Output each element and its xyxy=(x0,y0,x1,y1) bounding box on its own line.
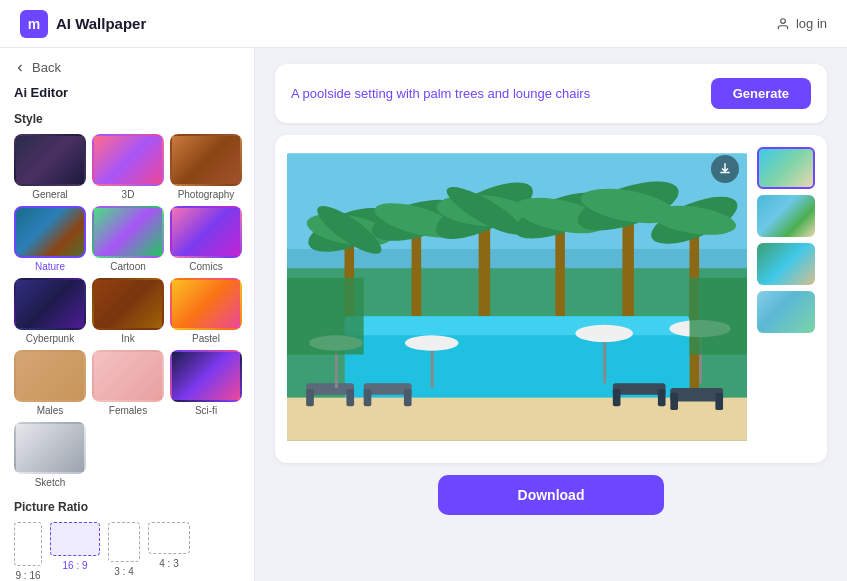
style-cartoon[interactable]: Cartoon xyxy=(92,206,164,272)
ratio-3-4-label: 3 : 4 xyxy=(114,566,133,577)
svg-point-44 xyxy=(575,325,633,342)
style-general[interactable]: General xyxy=(14,134,86,200)
ratio-9-16-label: 9 : 16 xyxy=(15,570,40,581)
style-nature-label: Nature xyxy=(35,261,65,272)
style-females[interactable]: Females xyxy=(92,350,164,416)
style-scifi-label: Sci-fi xyxy=(195,405,217,416)
svg-rect-38 xyxy=(613,389,621,406)
svg-rect-32 xyxy=(404,389,412,406)
style-pastel-label: Pastel xyxy=(192,333,220,344)
style-females-label: Females xyxy=(109,405,147,416)
ratio-16-9-label: 16 : 9 xyxy=(62,560,87,571)
image-area xyxy=(275,135,827,463)
style-males[interactable]: Males xyxy=(14,350,86,416)
style-pastel[interactable]: Pastel xyxy=(170,278,242,344)
svg-rect-39 xyxy=(658,389,666,406)
style-grid: General 3D Photography Nature Cartoon xyxy=(14,134,240,488)
thumbnail-4[interactable] xyxy=(757,291,815,333)
generate-button[interactable]: Generate xyxy=(711,78,811,109)
style-photography-label: Photography xyxy=(178,189,235,200)
svg-rect-31 xyxy=(364,389,372,406)
download-bar: Download xyxy=(275,475,827,515)
ratio-grid: 9 : 16 16 : 9 3 : 4 4 : 3 xyxy=(14,522,240,581)
ratio-16-9[interactable]: 16 : 9 xyxy=(50,522,100,581)
login-button[interactable]: log in xyxy=(776,16,827,31)
prompt-bar: A poolside setting with palm trees and l… xyxy=(275,64,827,123)
svg-rect-40 xyxy=(670,388,723,401)
ratio-4-3[interactable]: 4 : 3 xyxy=(148,522,190,581)
style-comics[interactable]: Comics xyxy=(170,206,242,272)
header-left: m AI Wallpaper xyxy=(20,10,146,38)
ratio-section-title: Picture Ratio xyxy=(14,500,240,514)
download-button[interactable]: Download xyxy=(438,475,665,515)
style-sketch[interactable]: Sketch xyxy=(14,422,86,488)
back-button[interactable]: Back xyxy=(14,60,240,75)
style-ink-label: Ink xyxy=(121,333,134,344)
thumbnail-2[interactable] xyxy=(757,195,815,237)
svg-rect-25 xyxy=(345,316,690,335)
style-section-title: Style xyxy=(14,112,240,126)
style-photography[interactable]: Photography xyxy=(170,134,242,200)
thumbnail-3[interactable] xyxy=(757,243,815,285)
style-3d-label: 3D xyxy=(122,189,135,200)
content-area: A poolside setting with palm trees and l… xyxy=(255,48,847,581)
thumbnail-list xyxy=(757,147,815,451)
user-icon xyxy=(776,17,790,31)
style-ink[interactable]: Ink xyxy=(92,278,164,344)
style-males-label: Males xyxy=(37,405,64,416)
svg-rect-28 xyxy=(306,389,314,406)
style-sketch-label: Sketch xyxy=(35,477,66,488)
svg-rect-29 xyxy=(346,389,354,406)
app-logo: m xyxy=(20,10,48,38)
style-3d[interactable]: 3D xyxy=(92,134,164,200)
editor-title: Ai Editor xyxy=(14,85,240,100)
style-nature[interactable]: Nature xyxy=(14,206,86,272)
ratio-4-3-label: 4 : 3 xyxy=(159,558,178,569)
main-image xyxy=(287,147,747,447)
ratio-3-4[interactable]: 3 : 4 xyxy=(108,522,140,581)
download-arrow-icon xyxy=(718,162,732,176)
svg-rect-42 xyxy=(715,393,723,410)
style-cyberpunk[interactable]: Cyberpunk xyxy=(14,278,86,344)
back-icon xyxy=(14,62,26,74)
svg-rect-41 xyxy=(670,393,678,410)
style-cyberpunk-label: Cyberpunk xyxy=(26,333,74,344)
app-title: AI Wallpaper xyxy=(56,15,146,32)
style-general-label: General xyxy=(32,189,68,200)
svg-point-36 xyxy=(405,335,459,350)
svg-rect-37 xyxy=(613,383,666,395)
download-icon-overlay[interactable] xyxy=(711,155,739,183)
sidebar: Back Ai Editor Style General 3D Photogra… xyxy=(0,48,255,581)
ratio-9-16[interactable]: 9 : 16 xyxy=(14,522,42,581)
svg-rect-47 xyxy=(287,278,364,355)
svg-point-0 xyxy=(781,18,786,23)
svg-rect-48 xyxy=(690,278,748,355)
thumbnail-1[interactable] xyxy=(757,147,815,189)
main-image-wrapper xyxy=(287,147,747,451)
prompt-text[interactable]: A poolside setting with palm trees and l… xyxy=(291,86,711,101)
style-comics-label: Comics xyxy=(189,261,222,272)
style-scifi[interactable]: Sci-fi xyxy=(170,350,242,416)
app-header: m AI Wallpaper log in xyxy=(0,0,847,48)
main-layout: Back Ai Editor Style General 3D Photogra… xyxy=(0,48,847,581)
style-cartoon-label: Cartoon xyxy=(110,261,146,272)
